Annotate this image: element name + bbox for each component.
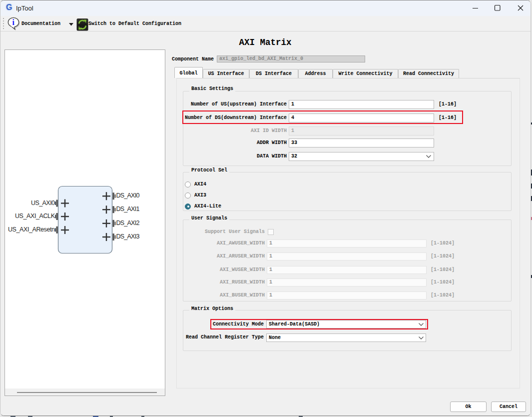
svg-text:US_AXI0: US_AXI0	[31, 200, 55, 206]
svg-text:DS_AXI3: DS_AXI3	[116, 233, 139, 240]
svg-text:US_AXI_AResetn: US_AXI_AResetn	[8, 226, 55, 233]
svg-text:DS_AXI0: DS_AXI0	[116, 192, 139, 199]
svg-text:i: i	[12, 18, 14, 26]
svg-text:DS_AXI2: DS_AXI2	[116, 220, 139, 226]
svg-text:US_AXI_ACLK: US_AXI_ACLK	[15, 212, 55, 220]
svg-text:DS_AXI1: DS_AXI1	[116, 206, 139, 212]
